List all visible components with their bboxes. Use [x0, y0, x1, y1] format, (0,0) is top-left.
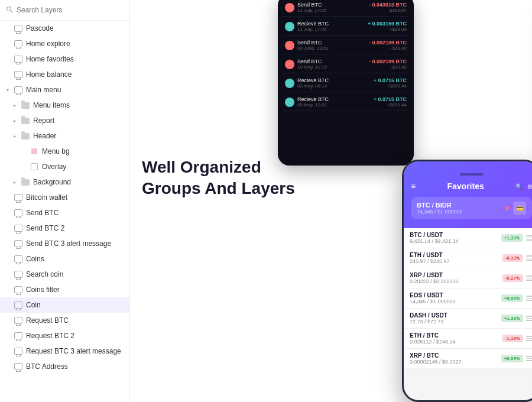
- sidebar-item-home-favorites[interactable]: Home favorites: [0, 51, 129, 67]
- sidebar-item-coin[interactable]: Coin: [0, 297, 129, 313]
- chevron-icon[interactable]: [12, 118, 18, 124]
- search-icon[interactable]: 🔍: [515, 183, 523, 190]
- menu-lines-icon: [526, 316, 532, 321]
- monitor-icon: [14, 24, 23, 33]
- coin-list-item[interactable]: BTC / USDT 9,421.14 / $9,421.14 +1,33%: [404, 228, 532, 248]
- tx-info: Send BTC 03 June, 13:01: [297, 40, 329, 51]
- coin-price: 245.97 / $245.97: [410, 258, 450, 264]
- coin-list-item[interactable]: XRP / USDT 0.20223 / $0.202230 -0,27%: [404, 268, 532, 288]
- sidebar-item-coins[interactable]: Coins: [0, 251, 129, 267]
- coin-price: 0.00002146 / $0.2027: [410, 359, 462, 365]
- qr-icon[interactable]: ⊞: [527, 183, 532, 190]
- transaction-item: ↓ Recieve BTC 03 May, 13:01 + 0.0715 BTC…: [283, 93, 409, 111]
- tx-right: + 0.0715 BTC +$658.44: [374, 77, 407, 89]
- layer-label: Coin: [26, 301, 41, 309]
- sidebar-item-bitcoin-wallet[interactable]: Bitcoin wallet: [0, 190, 129, 205]
- coin-list-item[interactable]: ETH / USDT 245.97 / $245.97 -0,13%: [404, 248, 532, 268]
- coin-info: XRP / BTC 0.00002146 / $0.2027: [410, 352, 462, 365]
- sidebar-item-report[interactable]: Report: [0, 113, 129, 128]
- sidebar-item-menu-items[interactable]: Menu items: [0, 98, 129, 113]
- tx-left: ↓ Recieve BTC 03 May, 08:14: [285, 77, 329, 89]
- layer-label: Coins filter: [26, 286, 60, 294]
- layer-label: BTC Address: [26, 362, 68, 371]
- monitor-icon: [14, 331, 23, 341]
- tx-type: Recieve BTC: [297, 77, 329, 83]
- headline-line2: Groups And Layers: [142, 178, 295, 199]
- tx-direction-icon: ↓: [285, 22, 294, 31]
- rect-icon: [30, 162, 39, 171]
- phone2-screen: ≡ Favorites 🔍 ⊞ BTC / BIDR 14,345 / $1.0…: [404, 161, 532, 400]
- sidebar-item-pascode[interactable]: Pascode: [0, 21, 129, 36]
- tx-date: 03 June, 13:01: [297, 46, 329, 51]
- sidebar-item-overlay[interactable]: Overlay: [0, 159, 129, 174]
- coin-list-item[interactable]: EOS / USDT 14,345 / $1.000000 +0,05%: [404, 288, 532, 309]
- sidebar-item-search-coin[interactable]: Search coin: [0, 267, 129, 282]
- coin-list-item[interactable]: XRP / BTC 0.00002146 / $0.2027 +0,09%: [404, 349, 532, 369]
- sidebar-item-send-btc-2[interactable]: Send BTC 2: [0, 221, 129, 236]
- phone2-title: Favorites: [447, 181, 484, 191]
- menu-lines-icon: [526, 356, 532, 361]
- layer-label: Request BTC 3 alert message: [26, 347, 121, 355]
- transaction-item: ↑ Send BTC 11 July, 17:05 - 0.043010 BTC…: [283, 0, 409, 17]
- chevron-icon[interactable]: [12, 179, 18, 185]
- tx-usd: +$29.09: [368, 27, 407, 32]
- coin-name: XRP / BTC: [410, 352, 462, 359]
- search-icon: [6, 5, 13, 15]
- sidebar-item-send-btc[interactable]: Send BTC: [0, 205, 129, 221]
- sidebar-item-background[interactable]: Background: [0, 174, 129, 190]
- sidebar-item-home-explore[interactable]: Home explore: [0, 36, 129, 51]
- monitor-icon: [14, 270, 23, 279]
- featured-coin-card[interactable]: BTC / BIDR 14,345 / $1.000000 ♥ 💳: [411, 197, 532, 219]
- coin-name: ETH / BTC: [410, 332, 456, 339]
- wallet-button[interactable]: 💳: [513, 202, 526, 215]
- tx-left: ↑ Send BTC 03 June, 13:01: [285, 40, 329, 51]
- layer-label: Main menu: [26, 86, 61, 94]
- tx-direction-icon: ↑: [285, 60, 294, 69]
- coin-change-area: -0,27%: [502, 274, 532, 282]
- tx-right: + 0.003159 BTC +$29.09: [368, 21, 407, 32]
- tx-amount: + 0.0715 BTC: [374, 77, 407, 83]
- layer-label: Report: [33, 116, 54, 125]
- layer-label: Coins: [26, 255, 44, 263]
- search-layers-input[interactable]: [17, 6, 124, 14]
- tx-direction-icon: ↓: [285, 98, 294, 107]
- coin-price: 0.20223 / $0.202230: [410, 278, 459, 284]
- heart-icon[interactable]: ♥: [505, 203, 510, 213]
- coin-name: XRP / USDT: [410, 272, 459, 278]
- coin-change-area: -1,13%: [502, 335, 532, 342]
- coin-info: EOS / USDT 14,345 / $1.000000: [410, 292, 456, 304]
- sidebar-item-request-btc-3[interactable]: Request BTC 3 alert message: [0, 343, 129, 359]
- tx-usd: -$19.42: [369, 64, 407, 70]
- tx-amount: + 0.0715 BTC: [374, 96, 407, 102]
- coin-price: 14,345 / $1.000000: [410, 299, 456, 304]
- transaction-item: ↓ Recieve BTC 03 May, 08:14 + 0.0715 BTC…: [283, 74, 409, 92]
- sidebar-item-main-menu[interactable]: Main menu: [0, 82, 129, 98]
- sidebar-item-header[interactable]: Header: [0, 128, 129, 144]
- search-bar[interactable]: [0, 0, 129, 21]
- sidebar-item-request-btc-2[interactable]: Request BTC 2: [0, 328, 129, 343]
- coin-change-area: +1,33%: [501, 315, 532, 322]
- change-badge: -1,13%: [502, 335, 523, 342]
- tx-date: 11 July, 17:06: [297, 27, 329, 32]
- chevron-icon[interactable]: [12, 133, 18, 139]
- monitor-icon: [14, 362, 23, 371]
- sidebar-item-home-balance[interactable]: Home balance: [0, 67, 129, 82]
- coin-list-item[interactable]: DASH / USDT 72.73 / $72.73 +1,33%: [404, 309, 532, 329]
- sidebar-item-send-btc-3[interactable]: Send BTC 3 alert message: [0, 236, 129, 251]
- phone2-menu-icon[interactable]: ≡: [411, 181, 416, 191]
- sidebar-item-coins-filter[interactable]: Coins filter: [0, 282, 129, 297]
- layer-list: PascodeHome exploreHome favoritesHome ba…: [0, 21, 129, 374]
- change-badge: +1,33%: [501, 315, 523, 322]
- chevron-icon[interactable]: [12, 102, 18, 108]
- coin-list-item[interactable]: ETH / BTC 0.026112 / $246.24 -1,13%: [404, 329, 532, 349]
- coin-change-area: +0,09%: [501, 355, 532, 362]
- tx-amount: - 0.043010 BTC: [369, 2, 407, 8]
- sidebar-item-btc-address[interactable]: BTC Address: [0, 359, 129, 374]
- chevron-icon[interactable]: [5, 87, 11, 93]
- tx-usd: -$19.42: [369, 46, 407, 51]
- coin-info: ETH / USDT 245.97 / $245.97: [410, 252, 450, 264]
- layer-label: Send BTC: [26, 209, 59, 217]
- change-badge: +0,05%: [501, 294, 523, 302]
- sidebar-item-request-btc[interactable]: Request BTC: [0, 313, 129, 328]
- sidebar-item-menu-bg[interactable]: Menu bg: [0, 144, 129, 159]
